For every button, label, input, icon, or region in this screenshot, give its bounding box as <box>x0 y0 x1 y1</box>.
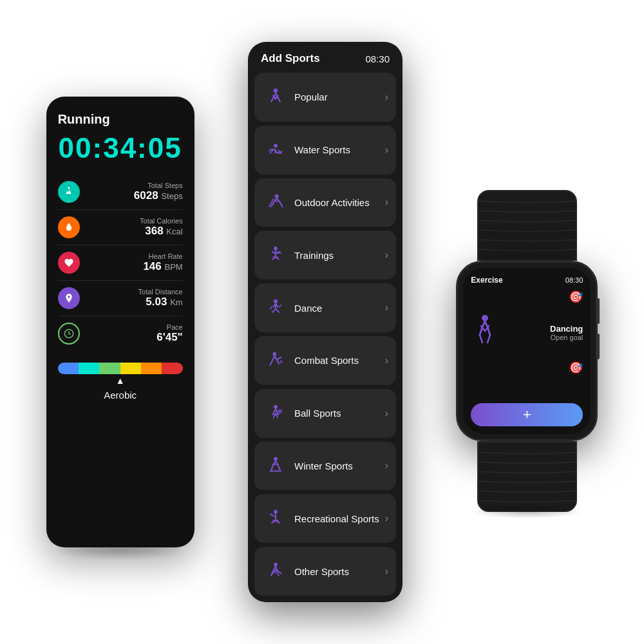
sport-item-trainings[interactable]: Trainings › <box>254 231 396 279</box>
watch-goal-icon-bottom: 🎯 <box>569 361 583 374</box>
dance-icon <box>262 294 289 321</box>
sport-item-recreational[interactable]: Recreational Sports › <box>254 494 396 543</box>
pace-value: 6'45" <box>156 331 182 343</box>
popular-label: Popular <box>294 91 385 102</box>
calories-label: Total Calories <box>140 217 183 225</box>
pb-green <box>99 363 120 374</box>
steps-icon <box>58 181 80 203</box>
steps-text: Total Steps 6028 Steps <box>134 182 183 202</box>
stats-list: Total Steps 6028 Steps Total Calories 36… <box>58 175 183 351</box>
distance-text: Total Distance 5.03 Km <box>138 288 183 308</box>
running-timer: 00:34:05 <box>59 132 182 164</box>
right-shadow <box>470 506 583 518</box>
ball-chevron: › <box>385 408 388 419</box>
stat-row-heart: Heart Rate 146 BPM <box>58 245 183 281</box>
watch-exercise-title: Exercise <box>471 276 502 285</box>
svg-point-8 <box>279 360 283 363</box>
watch-wrapper: Exercise 08:30 🎯 <box>456 190 598 512</box>
sport-item-outdoor[interactable]: Outdoor Activities › <box>254 178 396 227</box>
winter-chevron: › <box>385 460 388 471</box>
watch-activity-row: Dancing Open goal <box>471 307 583 358</box>
running-panel: Running 00:34:05 Total Steps 6028 Steps <box>46 97 194 547</box>
sport-item-dance[interactable]: Dance › <box>254 283 396 332</box>
pb-blue <box>58 363 79 374</box>
svg-point-6 <box>274 299 278 303</box>
progress-bar-container: ▲ <box>58 363 183 386</box>
sport-item-popular[interactable]: Popular › <box>254 73 396 122</box>
watch-btn-bottom[interactable] <box>596 334 600 359</box>
pb-cyan <box>79 363 99 374</box>
pace-icon <box>58 323 80 345</box>
sports-header: Add Sports 08:30 <box>248 42 402 73</box>
sport-item-other[interactable]: Other Sports › <box>254 547 396 596</box>
watch-figure <box>471 307 499 358</box>
sport-item-ball[interactable]: Ball Sports › <box>254 389 396 438</box>
distance-icon <box>58 287 80 309</box>
other-icon <box>262 558 289 585</box>
popular-icon <box>262 84 289 111</box>
outdoor-label: Outdoor Activities <box>294 197 385 208</box>
recreational-chevron: › <box>385 513 388 524</box>
ball-icon <box>262 400 289 427</box>
sport-item-combat[interactable]: Combat Sports › <box>254 336 396 385</box>
heart-value: 146 BPM <box>143 260 182 272</box>
calories-value: 368 Kcal <box>145 225 182 237</box>
heart-text: Heart Rate 146 BPM <box>143 252 182 273</box>
svg-point-11 <box>274 457 278 461</box>
outdoor-icon <box>262 189 289 216</box>
winter-label: Winter Sports <box>294 460 385 471</box>
svg-point-2 <box>274 144 278 147</box>
stat-row-calories: Total Calories 368 Kcal <box>58 210 183 245</box>
heart-icon <box>58 252 80 274</box>
progress-bar <box>58 363 183 374</box>
svg-point-9 <box>274 404 278 408</box>
calories-text: Total Calories 368 Kcal <box>140 217 183 238</box>
watch-btn-top[interactable] <box>596 298 600 324</box>
watch-add-button[interactable]: + <box>471 403 583 426</box>
pb-red <box>162 363 182 374</box>
heart-label: Heart Rate <box>143 252 182 260</box>
watch-screen: Exercise 08:30 🎯 <box>463 268 591 434</box>
recreational-label: Recreational Sports <box>294 513 385 524</box>
water-icon <box>262 137 289 164</box>
other-chevron: › <box>385 565 388 577</box>
pb-yellow <box>120 363 141 374</box>
left-shadow <box>53 541 187 560</box>
trainings-icon <box>262 242 289 269</box>
combat-chevron: › <box>385 355 388 366</box>
running-title: Running <box>58 112 110 127</box>
pb-orange <box>141 363 162 374</box>
svg-point-4 <box>274 247 278 251</box>
watch-activity-sub: Open goal <box>503 334 583 341</box>
sports-title: Add Sports <box>261 52 320 65</box>
scene: Running 00:34:05 Total Steps 6028 Steps <box>0 0 644 644</box>
svg-point-12 <box>274 510 278 514</box>
sport-item-water[interactable]: Water Sports › <box>254 126 396 175</box>
dance-chevron: › <box>385 302 388 314</box>
calories-icon <box>58 216 80 238</box>
watch-goal-icon-top: 🎯 <box>569 290 583 303</box>
stat-row-distance: Total Distance 5.03 Km <box>58 281 183 316</box>
recreational-icon <box>262 505 289 532</box>
pace-label: Pace <box>156 323 182 331</box>
sport-item-winter[interactable]: Winter Sports › <box>254 442 396 491</box>
svg-point-7 <box>272 352 276 356</box>
combat-icon <box>262 347 289 374</box>
watch-top-bar: Exercise 08:30 <box>471 276 583 285</box>
sports-list: Popular › Water Sports › <box>248 73 402 602</box>
ball-label: Ball Sports <box>294 408 385 419</box>
watch-body: Exercise 08:30 🎯 <box>456 261 598 441</box>
steps-label: Total Steps <box>134 182 183 189</box>
svg-point-1 <box>274 88 278 93</box>
watch-activity-info: Dancing Open goal <box>503 324 583 341</box>
svg-point-3 <box>275 194 279 198</box>
combat-label: Combat Sports <box>294 355 385 366</box>
watch-activity-name: Dancing <box>503 324 583 334</box>
aerobic-label: Aerobic <box>104 390 137 401</box>
pb-arrow: ▲ <box>58 375 183 386</box>
sports-time: 08:30 <box>365 53 390 64</box>
watch-time: 08:30 <box>565 276 583 284</box>
stat-row-steps: Total Steps 6028 Steps <box>58 175 183 210</box>
sports-panel: Add Sports 08:30 Popular › <box>248 42 402 602</box>
pace-text: Pace 6'45" <box>156 323 182 344</box>
